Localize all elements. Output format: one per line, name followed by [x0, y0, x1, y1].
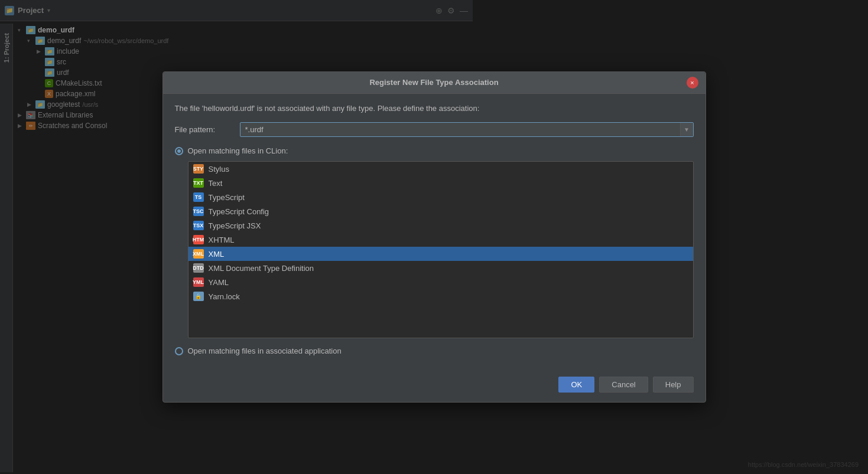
- filetype-icon-xml: XML: [193, 249, 204, 259]
- filetype-icon-text: TXT: [193, 178, 204, 188]
- filetype-item-xml[interactable]: XMLXML: [188, 247, 693, 261]
- filetype-item-tsconfig[interactable]: TSCTypeScript Config: [188, 204, 693, 218]
- filetype-list[interactable]: STYStylusTXTTextTSTypeScriptTSCTypeScrip…: [188, 161, 694, 338]
- file-pattern-row: File pattern: ▼: [175, 122, 694, 137]
- filetype-item-yarn[interactable]: 🔒Yarn.lock: [188, 289, 693, 303]
- filetype-icon-typescript: TS: [193, 192, 204, 202]
- filetype-icon-tsx: TSX: [193, 221, 204, 230]
- filetype-label-xml: XML: [209, 250, 225, 259]
- dialog-footer: OK Cancel Help: [163, 371, 706, 402]
- dialog-title: Register New File Type Association: [182, 78, 687, 87]
- file-pattern-input-wrap: ▼: [240, 122, 694, 137]
- ok-button[interactable]: OK: [558, 377, 594, 393]
- radio-open-app-label: Open matching files in associated applic…: [188, 346, 342, 355]
- file-pattern-dropdown-btn[interactable]: ▼: [680, 123, 693, 136]
- filetype-item-dtd[interactable]: DTDXML Document Type Definition: [188, 261, 693, 275]
- dialog-register-filetype: Register New File Type Association × The…: [162, 71, 706, 403]
- filetype-label-dtd: XML Document Type Definition: [209, 264, 314, 273]
- file-pattern-label: File pattern:: [175, 125, 234, 134]
- filetype-icon-xhtml: HTM: [193, 235, 204, 244]
- filetype-item-tsx[interactable]: TSXTypeScript JSX: [188, 218, 693, 233]
- dialog-titlebar: Register New File Type Association ×: [163, 72, 706, 94]
- filetype-label-yaml: YAML: [209, 278, 229, 287]
- filetype-item-yaml[interactable]: YMLYAML: [188, 275, 693, 289]
- dialog-message: The file 'helloworld.urdf' is not associ…: [175, 103, 694, 114]
- dialog-body: The file 'helloworld.urdf' is not associ…: [163, 94, 706, 371]
- filetype-label-yarn: Yarn.lock: [209, 292, 240, 301]
- cancel-button[interactable]: Cancel: [599, 377, 648, 393]
- help-button[interactable]: Help: [653, 377, 694, 393]
- filetype-item-typescript[interactable]: TSTypeScript: [188, 190, 693, 204]
- filetype-label-typescript: TypeScript: [209, 193, 245, 202]
- filetype-label-tsconfig: TypeScript Config: [209, 207, 269, 216]
- radio-row-clion: Open matching files in CLion:: [175, 146, 694, 155]
- filetype-item-stylus[interactable]: STYStylus: [188, 162, 693, 176]
- radio-open-clion-label: Open matching files in CLion:: [188, 146, 288, 155]
- filetype-icon-tsconfig: TSC: [193, 207, 204, 216]
- filetype-icon-yaml: YML: [193, 277, 204, 287]
- filetype-icon-dtd: DTD: [193, 263, 204, 273]
- filetype-label-xhtml: XHTML: [209, 236, 235, 244]
- filetype-icon-stylus: STY: [193, 164, 204, 174]
- filetype-item-xhtml[interactable]: HTMXHTML: [188, 233, 693, 247]
- filetype-icon-yarn: 🔒: [193, 292, 204, 301]
- file-pattern-input[interactable]: [240, 123, 680, 136]
- radio-open-clion[interactable]: [175, 147, 183, 155]
- filetype-label-tsx: TypeScript JSX: [209, 221, 261, 230]
- radio-open-app[interactable]: [175, 347, 183, 355]
- radio-row-app: Open matching files in associated applic…: [175, 346, 694, 355]
- filetype-label-text: Text: [209, 179, 223, 188]
- modal-overlay: Register New File Type Association × The…: [0, 0, 868, 474]
- close-button[interactable]: ×: [687, 77, 698, 89]
- filetype-item-text[interactable]: TXTText: [188, 176, 693, 190]
- filetype-label-stylus: Stylus: [209, 165, 229, 174]
